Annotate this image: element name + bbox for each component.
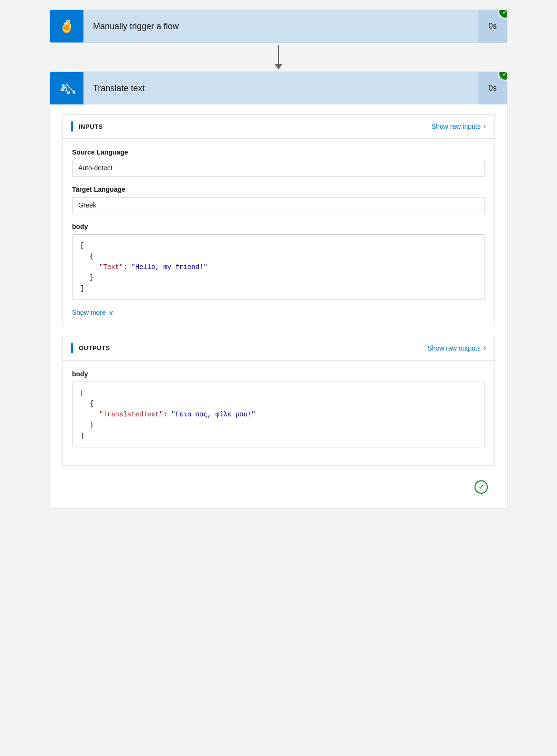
- inputs-section-bar: [71, 121, 73, 132]
- outputs-section-title: OUTPUTS: [79, 344, 110, 352]
- show-more-label: Show more: [72, 309, 106, 316]
- show-raw-inputs-link[interactable]: Show raw inputs ›: [432, 122, 486, 131]
- outputs-code-bracket2: ]: [80, 432, 84, 440]
- outputs-title-bar: OUTPUTS: [71, 343, 110, 353]
- source-language-label: Source Language: [72, 148, 485, 156]
- step2-header: あ a Translate text 0s: [50, 72, 507, 104]
- inputs-section: INPUTS Show raw inputs › Source Language…: [62, 114, 495, 326]
- source-language-value: Auto-detect: [72, 160, 485, 177]
- inputs-body-label: body: [72, 223, 485, 230]
- outputs-section: OUTPUTS Show raw outputs › body [ {: [62, 336, 495, 466]
- bottom-success-area: ✓: [62, 476, 495, 498]
- inputs-body-group: body [ { "Text": "Hello, my friend!" } ]: [72, 223, 485, 300]
- show-raw-inputs-chevron: ›: [484, 122, 486, 131]
- step1-header: ☝ Manually trigger a flow 0s: [50, 10, 507, 42]
- translate-icon-inner: あ a: [50, 72, 83, 104]
- arrow-connector-1: [275, 43, 282, 72]
- outputs-body-code: [ { "TranslatedText": "Γεια σας, φίλε μο…: [72, 382, 485, 447]
- outputs-code-colon: :: [163, 411, 171, 418]
- outputs-code-brace-open: {: [80, 398, 477, 409]
- source-language-group: Source Language Auto-detect: [72, 148, 485, 177]
- inputs-code-brace-close: }: [80, 272, 477, 283]
- inputs-section-content: Source Language Auto-detect Target Langu…: [62, 139, 495, 326]
- outputs-section-content: body [ { "TranslatedText": "Γεια σας, φί…: [62, 361, 495, 466]
- outputs-code-key: "TranslatedText": [99, 411, 163, 418]
- inputs-body-code: [ { "Text": "Hello, my friend!" } ]: [72, 234, 485, 300]
- step2-card: あ a Translate text 0s ✓ INPUTS: [50, 72, 507, 508]
- step1-icon: ☝: [50, 10, 83, 42]
- outputs-body-label: body: [72, 370, 485, 378]
- step2-title: Translate text: [83, 83, 478, 93]
- outputs-code-text-line: "TranslatedText": "Γεια σας, φίλε μου!": [80, 409, 477, 420]
- step1-title: Manually trigger a flow: [83, 21, 478, 31]
- bottom-success-icon: ✓: [474, 480, 488, 494]
- show-raw-outputs-link[interactable]: Show raw outputs ›: [427, 344, 486, 352]
- inputs-section-title: INPUTS: [79, 123, 103, 130]
- step1-card: ☝ Manually trigger a flow 0s ✓: [50, 10, 507, 43]
- inputs-code-colon: :: [123, 263, 131, 271]
- arrow-line-1: [278, 45, 279, 64]
- inputs-title-bar: INPUTS: [71, 121, 103, 132]
- inputs-code-text-line: "Text": "Hello, my friend!": [80, 262, 477, 272]
- inputs-code-brace-open: {: [80, 251, 477, 261]
- show-more-link[interactable]: Show more ∨: [72, 309, 485, 316]
- outputs-code-value: "Γεια σας, φίλε μου!": [171, 411, 255, 418]
- step2-icon: あ a: [50, 72, 83, 104]
- inputs-code-bracket1: [: [80, 242, 84, 249]
- target-language-group: Target Language Greek: [72, 186, 485, 214]
- outputs-section-bar: [71, 343, 73, 353]
- show-raw-outputs-label: Show raw outputs: [427, 344, 480, 352]
- target-language-label: Target Language: [72, 186, 485, 193]
- inputs-section-header: INPUTS Show raw inputs ›: [62, 114, 495, 139]
- outputs-code-bracket1: [: [80, 389, 84, 397]
- outputs-body-group: body [ { "TranslatedText": "Γεια σας, φί…: [72, 370, 485, 447]
- show-raw-outputs-chevron: ›: [484, 344, 486, 352]
- flow-container: ☝ Manually trigger a flow 0s ✓ あ a: [50, 10, 507, 508]
- outputs-code-brace-close: }: [80, 420, 477, 430]
- inputs-code-value: "Hello, my friend!": [131, 263, 207, 271]
- step2-body: INPUTS Show raw inputs › Source Language…: [50, 104, 507, 508]
- inputs-code-bracket2: ]: [80, 285, 84, 292]
- show-raw-inputs-label: Show raw inputs: [432, 123, 481, 130]
- target-language-value: Greek: [72, 197, 485, 214]
- inputs-code-key: "Text": [99, 263, 123, 271]
- arrow-head-1: [275, 64, 282, 70]
- show-more-chevron: ∨: [109, 309, 113, 316]
- outputs-section-header: OUTPUTS Show raw outputs ›: [62, 336, 495, 361]
